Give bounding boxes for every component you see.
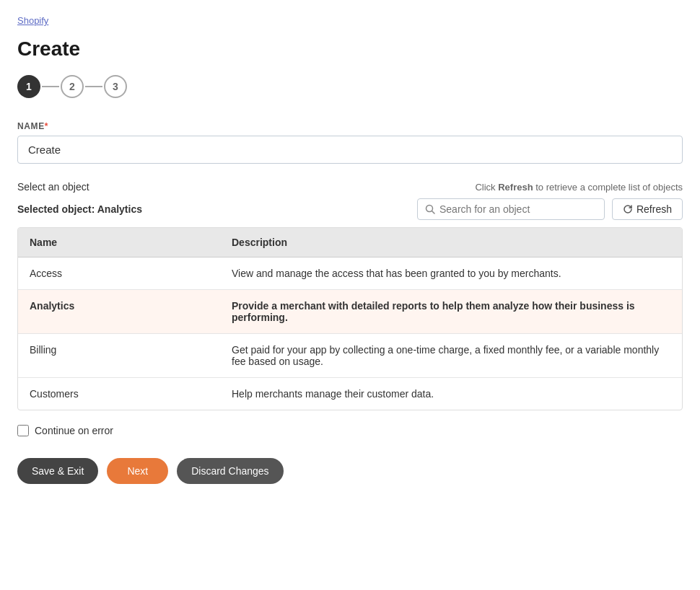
name-input[interactable]	[17, 136, 683, 164]
cell-name: Analytics	[18, 290, 220, 334]
select-object-label: Select an object	[17, 181, 89, 193]
search-box	[417, 198, 605, 220]
name-field-section: NAME*	[17, 121, 683, 164]
selected-object-text: Selected object: Analytics	[17, 203, 142, 215]
continue-on-error-checkbox[interactable]	[17, 425, 29, 436]
svg-line-1	[432, 211, 434, 214]
name-label: NAME*	[17, 121, 683, 131]
click-refresh-hint: Click Refresh to retrieve a complete lis…	[475, 182, 683, 193]
cell-name: Access	[18, 257, 220, 290]
table-row[interactable]: Analytics Provide a merchant with detail…	[18, 290, 682, 334]
object-section-header: Select an object Click Refresh to retrie…	[17, 181, 683, 193]
table-row[interactable]: Access View and manage the access that h…	[18, 257, 682, 290]
table-scroll[interactable]: Name Description Access View and manage …	[18, 228, 682, 410]
selected-object-row: Selected object: Analytics Refresh	[17, 198, 683, 220]
cell-description: Help merchants manage their customer dat…	[220, 378, 682, 410]
next-button[interactable]: Next	[107, 458, 168, 484]
search-input[interactable]	[439, 203, 597, 215]
table-row[interactable]: Billing Get paid for your app by collect…	[18, 334, 682, 378]
continue-on-error-label[interactable]: Continue on error	[35, 425, 113, 436]
col-header-description: Description	[220, 228, 682, 257]
table-container: Name Description Access View and manage …	[17, 227, 683, 410]
step-connector-1	[42, 86, 59, 87]
refresh-icon	[623, 204, 633, 214]
cell-name: Billing	[18, 334, 220, 378]
cell-description: View and manage the access that has been…	[220, 257, 682, 290]
cell-description: Provide a merchant with detailed reports…	[220, 290, 682, 334]
cell-description: Get paid for your app by collecting a on…	[220, 334, 682, 378]
search-icon	[425, 204, 435, 214]
refresh-button[interactable]: Refresh	[612, 198, 683, 220]
save-exit-button[interactable]: Save & Exit	[17, 458, 98, 484]
cell-name: Customers	[18, 378, 220, 410]
discard-changes-button[interactable]: Discard Changes	[177, 458, 283, 484]
objects-table: Name Description Access View and manage …	[18, 228, 682, 410]
col-header-name: Name	[18, 228, 220, 257]
step-3: 3	[104, 75, 127, 98]
step-2: 2	[61, 75, 84, 98]
search-refresh-row: Refresh	[417, 198, 683, 220]
step-1: 1	[17, 75, 40, 98]
required-star: *	[45, 121, 48, 131]
page-title: Create	[17, 38, 683, 61]
table-row[interactable]: Customers Help merchants manage their cu…	[18, 378, 682, 410]
footer-buttons: Save & Exit Next Discard Changes	[17, 458, 683, 484]
step-connector-2	[85, 86, 102, 87]
continue-on-error-row: Continue on error	[17, 425, 683, 436]
stepper: 1 2 3	[17, 75, 683, 98]
shopify-link[interactable]: Shopify	[17, 15, 48, 26]
